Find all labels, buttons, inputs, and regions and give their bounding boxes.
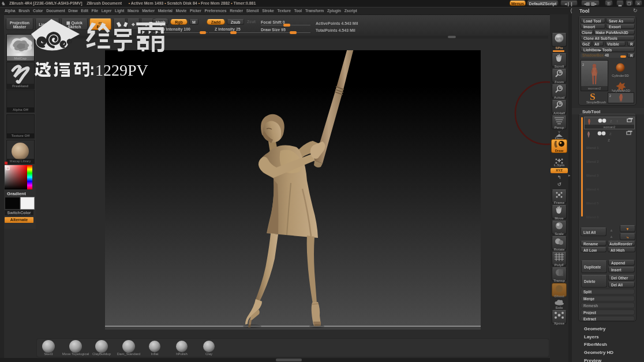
- svg-text:Inflat: Inflat: [151, 352, 158, 356]
- svg-text:Z: Z: [610, 120, 612, 123]
- svg-text:2: 2: [582, 63, 585, 66]
- svg-text:Move Topological: Move Topological: [62, 352, 89, 356]
- svg-text:Draw: Draw: [555, 149, 564, 152]
- svg-text:1229PV: 1229PV: [95, 61, 148, 78]
- svg-text:Sket3: Sket3: [44, 352, 53, 356]
- svg-text:Y: Y: [558, 130, 560, 134]
- svg-text:Dam_Standard: Dam_Standard: [117, 352, 140, 356]
- svg-text:FreeHand: FreeHand: [12, 84, 28, 88]
- svg-text:ClayBuildup: ClayBuildup: [92, 352, 111, 356]
- svg-text:2: 2: [609, 94, 611, 98]
- svg-text:Clay: Clay: [205, 352, 212, 356]
- svg-text:BPR: BPR: [556, 37, 563, 40]
- svg-text:Z: Z: [608, 139, 610, 142]
- svg-text:Cylinder3D: Cylinder3D: [612, 74, 629, 77]
- svg-text:Matcap Library: Matcap Library: [10, 159, 31, 163]
- svg-text:Z: Z: [609, 132, 612, 136]
- svg-text:woman2: woman2: [587, 87, 601, 90]
- svg-text:hPolish: hPolish: [176, 352, 188, 356]
- svg-text:MatCap: MatCap: [14, 57, 27, 60]
- svg-text:SimpleBrush: SimpleBrush: [586, 100, 606, 104]
- svg-text:woman2: woman2: [603, 125, 616, 129]
- svg-text:I: I: [617, 120, 618, 123]
